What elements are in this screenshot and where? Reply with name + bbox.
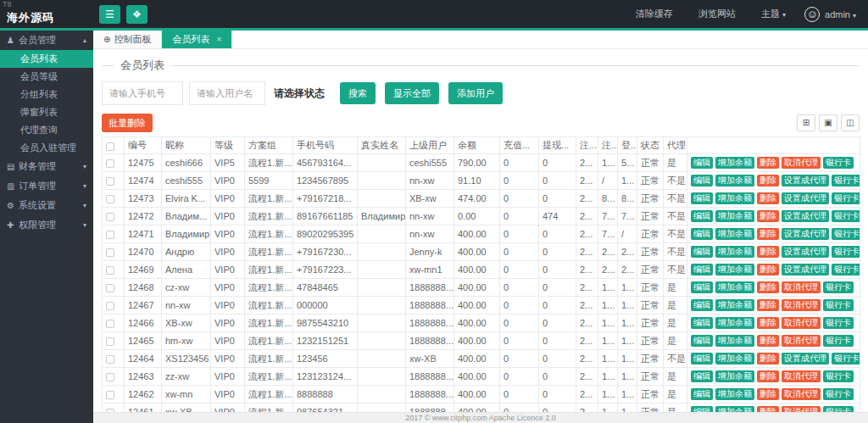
- edit-button[interactable]: 编辑: [691, 353, 713, 365]
- print-button[interactable]: ◫: [841, 114, 860, 131]
- add-balance-button[interactable]: 增加余额: [715, 175, 754, 186]
- row-checkbox[interactable]: [106, 213, 114, 221]
- close-icon[interactable]: ×: [216, 35, 221, 44]
- add-balance-button[interactable]: 增加余额: [715, 246, 754, 258]
- delete-button[interactable]: 删除: [757, 299, 779, 311]
- delete-button[interactable]: 删除: [757, 370, 779, 382]
- batch-delete-button[interactable]: 批量删除: [102, 114, 153, 132]
- set-agent-button[interactable]: 设置成代理: [782, 264, 829, 276]
- browse-site-link[interactable]: 浏览网站: [698, 8, 736, 20]
- row-checkbox[interactable]: [106, 231, 114, 239]
- edit-button[interactable]: 编辑: [691, 281, 713, 293]
- delete-button[interactable]: 删除: [757, 317, 779, 329]
- row-checkbox[interactable]: [106, 159, 114, 168]
- cancel-agent-button[interactable]: 取消代理: [782, 157, 821, 169]
- delete-button[interactable]: 删除: [757, 246, 779, 258]
- delete-button[interactable]: 删除: [757, 335, 779, 347]
- add-balance-button[interactable]: 增加余额: [715, 228, 754, 240]
- add-balance-button[interactable]: 增加余额: [715, 335, 754, 347]
- add-balance-button[interactable]: 增加余额: [715, 210, 754, 222]
- delete-button[interactable]: 删除: [757, 281, 779, 293]
- sidebar-toggle-button[interactable]: ☰: [99, 5, 120, 24]
- delete-button[interactable]: 删除: [757, 388, 779, 400]
- tab-member-list-tab[interactable]: 会员列表×: [162, 31, 232, 48]
- bank-card-button[interactable]: 银行卡: [832, 210, 860, 222]
- edit-button[interactable]: 编辑: [691, 246, 713, 258]
- row-checkbox[interactable]: [106, 195, 114, 203]
- edit-button[interactable]: 编辑: [691, 210, 713, 222]
- show-all-button[interactable]: 显示全部: [385, 82, 439, 104]
- sidebar-item-agent-query[interactable]: 代理查询: [0, 121, 93, 139]
- add-balance-button[interactable]: 增加余额: [715, 157, 754, 169]
- bank-card-button[interactable]: 银行卡: [832, 192, 860, 204]
- bank-card-button[interactable]: 银行卡: [823, 335, 854, 347]
- fullscreen-button[interactable]: ❖: [126, 5, 147, 24]
- cancel-agent-button[interactable]: 取消代理: [782, 370, 821, 382]
- row-checkbox[interactable]: [106, 266, 114, 275]
- edit-button[interactable]: 编辑: [691, 370, 713, 382]
- add-balance-button[interactable]: 增加余额: [715, 353, 754, 365]
- bank-card-button[interactable]: 银行卡: [823, 388, 854, 400]
- row-checkbox[interactable]: [106, 248, 114, 257]
- cancel-agent-button[interactable]: 取消代理: [782, 281, 821, 293]
- add-balance-button[interactable]: 增加余额: [715, 192, 754, 204]
- user-menu[interactable]: admin▾: [825, 9, 856, 19]
- edit-button[interactable]: 编辑: [691, 264, 713, 276]
- search-button[interactable]: 搜索: [340, 82, 376, 104]
- cancel-agent-button[interactable]: 取消代理: [782, 317, 821, 329]
- bank-card-button[interactable]: 银行卡: [823, 370, 854, 382]
- set-agent-button[interactable]: 设置成代理: [782, 228, 829, 240]
- delete-button[interactable]: 删除: [757, 353, 779, 365]
- bank-card-button[interactable]: 银行卡: [823, 317, 854, 329]
- sidebar-item-member-list[interactable]: 会员列表: [0, 50, 93, 68]
- status-select[interactable]: 请选择状态: [265, 81, 333, 105]
- sidebar-item-order-management[interactable]: ▥订单管理▾: [0, 176, 93, 196]
- sidebar-item-permission-management[interactable]: ✚权限管理▾: [0, 215, 93, 235]
- set-agent-button[interactable]: 设置成代理: [782, 192, 829, 204]
- delete-button[interactable]: 删除: [757, 228, 779, 240]
- edit-button[interactable]: 编辑: [691, 192, 713, 204]
- row-checkbox[interactable]: [106, 284, 114, 292]
- edit-button[interactable]: 编辑: [691, 335, 713, 347]
- edit-button[interactable]: 编辑: [691, 228, 713, 240]
- add-user-button[interactable]: 添加用户: [448, 82, 503, 104]
- set-agent-button[interactable]: 设置成代理: [782, 210, 829, 222]
- row-checkbox[interactable]: [106, 373, 114, 381]
- add-balance-button[interactable]: 增加余额: [715, 317, 754, 329]
- delete-button[interactable]: 删除: [757, 210, 779, 222]
- add-balance-button[interactable]: 增加余额: [715, 281, 754, 293]
- cancel-agent-button[interactable]: 取消代理: [782, 335, 821, 347]
- edit-button[interactable]: 编辑: [691, 299, 713, 311]
- edit-button[interactable]: 编辑: [691, 175, 713, 186]
- set-agent-button[interactable]: 设置成代理: [782, 353, 829, 365]
- bank-card-button[interactable]: 银行卡: [823, 281, 854, 293]
- row-checkbox[interactable]: [106, 302, 114, 310]
- bank-card-button[interactable]: 银行卡: [832, 264, 860, 276]
- add-balance-button[interactable]: 增加余额: [715, 388, 754, 400]
- add-balance-button[interactable]: 增加余额: [715, 299, 754, 311]
- clear-cache-link[interactable]: 清除缓存: [636, 8, 673, 20]
- delete-button[interactable]: 删除: [757, 175, 779, 186]
- add-balance-button[interactable]: 增加余额: [715, 370, 754, 382]
- theme-menu[interactable]: 主题▾: [761, 8, 786, 20]
- sidebar-item-group-list[interactable]: 分组列表: [0, 86, 93, 103]
- tab-dashboard-tab[interactable]: ⊕控制面板: [93, 31, 162, 48]
- sidebar-item-popup-list[interactable]: 弹窗列表: [0, 103, 93, 121]
- columns-toggle-button[interactable]: ⊞: [797, 114, 815, 131]
- bank-card-button[interactable]: 银行卡: [832, 353, 860, 365]
- bank-card-button[interactable]: 银行卡: [832, 175, 860, 186]
- delete-button[interactable]: 删除: [757, 192, 779, 204]
- export-button[interactable]: ▣: [819, 114, 837, 131]
- row-checkbox[interactable]: [106, 355, 114, 364]
- delete-button[interactable]: 删除: [757, 157, 779, 169]
- bank-card-button[interactable]: 银行卡: [823, 299, 854, 311]
- sidebar-item-member-settlement[interactable]: 会员入驻管理: [0, 139, 93, 157]
- set-agent-button[interactable]: 设置成代理: [782, 246, 829, 258]
- edit-button[interactable]: 编辑: [691, 388, 713, 400]
- row-checkbox[interactable]: [106, 391, 114, 399]
- phone-input[interactable]: [102, 81, 183, 105]
- add-balance-button[interactable]: 增加余额: [715, 264, 754, 276]
- avatar[interactable]: ☺: [804, 7, 820, 22]
- bank-card-button[interactable]: 银行卡: [832, 228, 860, 240]
- username-input[interactable]: [189, 81, 265, 105]
